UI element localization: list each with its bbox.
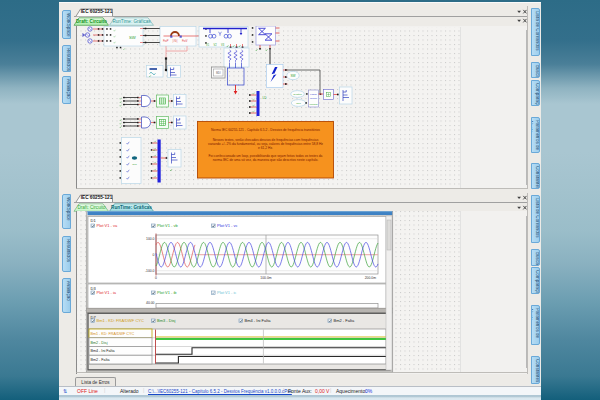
svg-text:SW: SW: [129, 35, 136, 40]
svg-text:Bm1 - KD: FRA/DWF CYC: Bm1 - KD: FRA/DWF CYC: [97, 318, 144, 323]
svg-text:V2: V2: [214, 43, 218, 47]
svg-text:-100.0: -100.0: [145, 269, 155, 273]
svg-text:Draft: Circuito: Draft: Circuito: [76, 19, 107, 24]
svg-text:Plot:V1 - ic: Plot:V1 - ic: [217, 290, 236, 295]
svg-text:|#G|: |#G|: [173, 39, 178, 43]
svg-text:Plot:V1 - ib: Plot:V1 - ib: [157, 290, 177, 295]
svg-text:100.0m: 100.0m: [260, 276, 271, 280]
svg-text:Plot:V1 - vb: Plot:V1 - vb: [157, 223, 178, 228]
svg-text:comando: comando: [309, 103, 318, 105]
svg-text:40.00: 40.00: [146, 301, 155, 305]
svg-text:D3: D3: [91, 286, 97, 291]
svg-text:Plot:V1 - va: Plot:V1 - va: [97, 223, 118, 228]
svg-text:Bm4 - Ini Falta: Bm4 - Ini Falta: [91, 349, 116, 353]
svg-text:V3: V3: [221, 43, 225, 47]
svg-text:BI: BI: [153, 149, 156, 152]
svg-text:IEC 60255-121: IEC 60255-121: [81, 195, 113, 200]
svg-text:0: 0: [155, 276, 157, 280]
svg-text:MDI: MDI: [216, 71, 221, 75]
svg-text:Plot:V1 - vc: Plot:V1 - vc: [217, 223, 237, 228]
svg-text:Plot:V1 - ia: Plot:V1 - ia: [97, 290, 117, 295]
svg-text:0: 0: [153, 253, 155, 257]
svg-text:100.0: 100.0: [146, 237, 155, 241]
svg-text:e 61,2 Hz.: e 61,2 Hz.: [258, 146, 273, 150]
svg-text:Bm2 - Falta: Bm2 - Falta: [91, 358, 111, 362]
svg-text:Tensões: Tensões: [293, 93, 302, 95]
svg-text:Módulo: Módulo: [310, 97, 318, 99]
svg-text:D1: D1: [91, 218, 97, 223]
svg-text:Bm4 - Ini Falta: Bm4 - Ini Falta: [245, 318, 272, 323]
svg-text:RunTime: Gráficas: RunTime: Gráficas: [112, 19, 151, 24]
svg-text:FtoP: FtoP: [163, 39, 169, 43]
svg-text:Bm1 - KD: FRA/DWF CYC: Bm1 - KD: FRA/DWF CYC: [91, 332, 135, 336]
svg-text:NUT: NUT: [296, 102, 301, 104]
svg-text:SW: SW: [290, 74, 295, 78]
svg-text:Bm3 - Disj: Bm3 - Disj: [157, 318, 176, 323]
svg-text:Bm2 - Disj: Bm2 - Disj: [91, 341, 108, 345]
svg-text:Draft: Circuito: Draft: Circuito: [77, 205, 106, 210]
svg-text:FtoV: FtoV: [182, 39, 188, 43]
svg-text:norma IEC de uma só vez, da ma: norma IEC de uma só vez, da maneira que …: [213, 158, 319, 162]
svg-text:Bm2 - Falta: Bm2 - Falta: [334, 318, 355, 323]
svg-text:200.0m: 200.0m: [365, 276, 376, 280]
svg-text:OUT: OUT: [132, 163, 137, 165]
svg-text:IEC 60255-121: IEC 60255-121: [81, 9, 113, 14]
svg-text:LD: LD: [263, 96, 268, 100]
svg-text:V1: V1: [206, 43, 210, 47]
svg-text:RunTime: Gráficas: RunTime: Gráficas: [111, 205, 152, 210]
svg-text:FCPar: FCPar: [310, 93, 317, 95]
svg-text:Norma IEC 60255-121 - Capítulo: Norma IEC 60255-121 - Capítulo 6.5.2 - D…: [211, 128, 320, 132]
